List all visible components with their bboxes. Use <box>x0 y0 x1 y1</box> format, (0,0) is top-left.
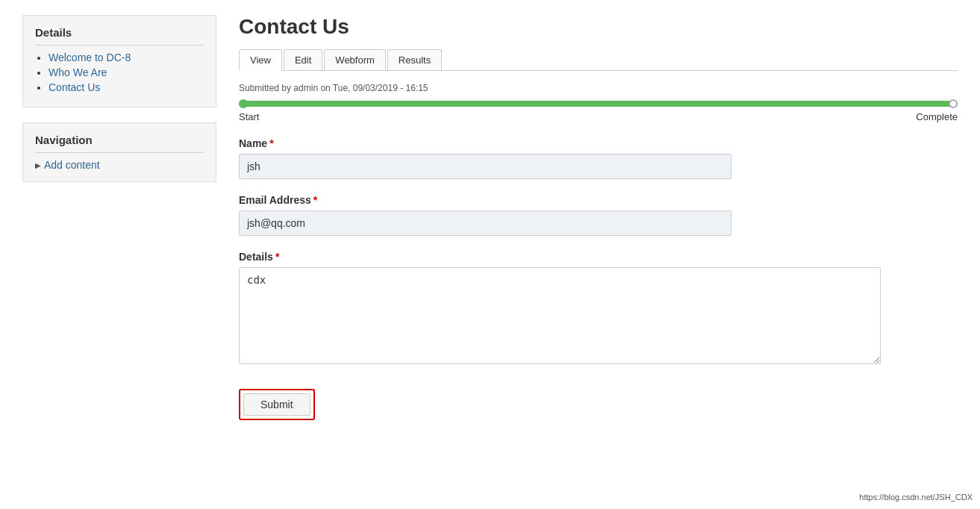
progress-dot-end <box>949 99 958 108</box>
tab-webform[interactable]: Webform <box>324 49 386 70</box>
list-item: Welcome to DC-8 <box>49 51 204 63</box>
details-textarea[interactable]: cdx <box>239 267 881 364</box>
progress-start-label: Start <box>239 111 259 122</box>
email-required: * <box>313 194 317 206</box>
email-field-group: Email Address* <box>239 194 958 236</box>
name-required: * <box>269 137 273 149</box>
main-content: Contact Us View Edit Webform Results Sub… <box>239 15 958 420</box>
progress-bar-wrapper <box>239 101 958 107</box>
progress-container: Start Complete <box>239 101 958 122</box>
details-label: Details* <box>239 251 958 263</box>
progress-complete-label: Complete <box>916 111 958 122</box>
sidebar-link-welcome[interactable]: Welcome to DC-8 <box>49 51 131 63</box>
page-title: Contact Us <box>239 15 958 39</box>
list-item: Who We Are <box>49 66 204 78</box>
email-label: Email Address* <box>239 194 958 206</box>
name-input[interactable] <box>239 154 731 179</box>
sidebar-link-contact-us[interactable]: Contact Us <box>49 81 100 93</box>
progress-bar-fill <box>239 101 958 107</box>
sidebar-navigation-title: Navigation <box>35 134 204 153</box>
name-field-group: Name* <box>239 137 958 179</box>
add-content-link[interactable]: Add content <box>44 159 100 171</box>
tab-edit[interactable]: Edit <box>284 49 322 70</box>
progress-labels: Start Complete <box>239 111 958 122</box>
submit-area: Submit <box>239 389 958 420</box>
sidebar-details-title: Details <box>35 26 204 46</box>
sidebar-nav-add-content[interactable]: Add content <box>35 159 204 171</box>
tab-bar: View Edit Webform Results <box>239 49 958 71</box>
submit-button-wrapper: Submit <box>239 389 315 420</box>
name-label: Name* <box>239 137 958 149</box>
submit-button[interactable]: Submit <box>243 393 310 416</box>
details-field-group: Details* cdx <box>239 251 958 366</box>
tab-results[interactable]: Results <box>387 49 442 70</box>
email-input[interactable] <box>239 210 731 236</box>
list-item: Contact Us <box>49 81 204 93</box>
submitted-info: Submitted by admin on Tue, 09/03/2019 - … <box>239 83 958 93</box>
sidebar: Details Welcome to DC-8 Who We Are Conta… <box>22 15 216 420</box>
sidebar-navigation-block: Navigation Add content <box>22 122 216 182</box>
sidebar-details-block: Details Welcome to DC-8 Who We Are Conta… <box>22 15 216 107</box>
details-required: * <box>275 251 279 263</box>
sidebar-link-who-we-are[interactable]: Who We Are <box>49 66 107 78</box>
tab-view[interactable]: View <box>239 49 282 71</box>
sidebar-details-list: Welcome to DC-8 Who We Are Contact Us <box>35 51 204 93</box>
progress-dot-start <box>239 99 248 108</box>
